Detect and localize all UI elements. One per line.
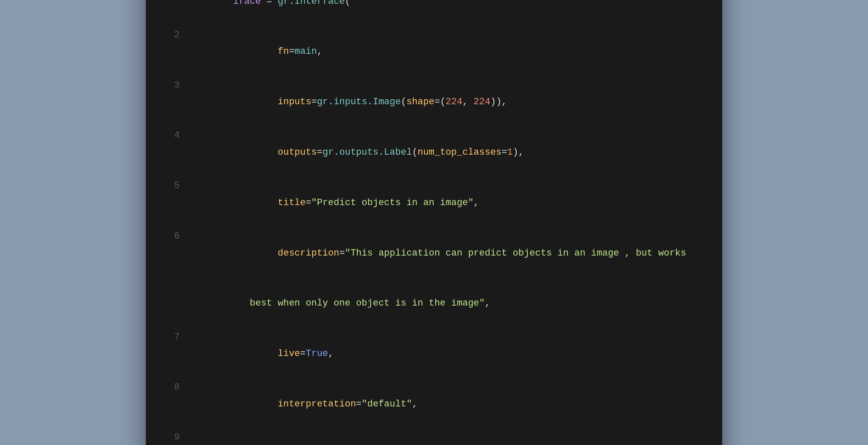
line-number: 2 (163, 27, 180, 44)
line-text: iface = gr.Interface( (188, 0, 705, 27)
line-text: capture_session=True (188, 429, 705, 445)
code-line-6: 6 description="This application can pred… (163, 228, 705, 278)
code-line-1: 1 iface = gr.Interface( (163, 0, 705, 27)
line-number: 4 (163, 127, 180, 144)
line-text: live=True, (188, 329, 705, 379)
code-line-3: 3 inputs=gr.inputs.Image(shape=(224, 224… (163, 77, 705, 128)
line-text: title="Predict objects in an image", (188, 178, 705, 228)
line-number: 7 (163, 329, 180, 346)
line-number: 5 (163, 178, 180, 195)
line-text: best when only one object is in the imag… (188, 278, 705, 329)
line-number: 6 (163, 228, 180, 245)
code-editor-window: 0 1 iface = gr.Interface( 2 fn=main, 3 i… (146, 0, 722, 445)
code-content: 0 1 iface = gr.Interface( 2 fn=main, 3 i… (146, 0, 722, 445)
line-number: 8 (163, 379, 180, 396)
line-text: description="This application can predic… (188, 228, 705, 278)
code-line-4: 4 outputs=gr.outputs.Label(num_top_class… (163, 127, 705, 178)
code-line-7: 7 live=True, (163, 329, 705, 379)
line-number: 3 (163, 77, 180, 94)
line-text: fn=main, (188, 27, 705, 77)
line-text: outputs=gr.outputs.Label(num_top_classes… (188, 127, 705, 178)
line-text: inputs=gr.inputs.Image(shape=(224, 224))… (188, 77, 705, 128)
code-line-8: 8 interpretation="default", (163, 379, 705, 429)
line-number: 9 (163, 429, 180, 445)
code-line-2: 2 fn=main, (163, 27, 705, 77)
line-text: interpretation="default", (188, 379, 705, 429)
code-line-6-cont: best when only one object is in the imag… (163, 278, 705, 329)
code-line-9: 9 capture_session=True (163, 429, 705, 445)
code-line-5: 5 title="Predict objects in an image", (163, 178, 705, 228)
